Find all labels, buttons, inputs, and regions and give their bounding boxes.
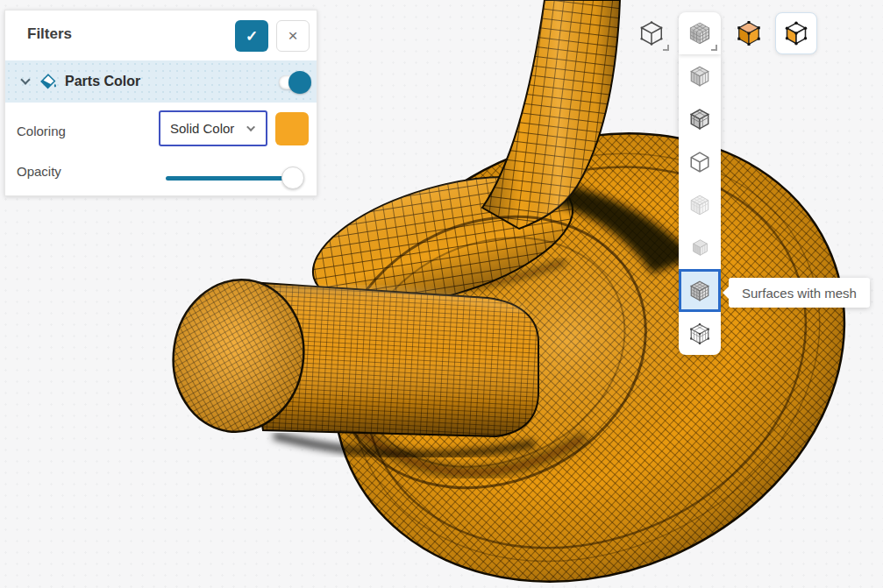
render-mode-item-surfaces-edges[interactable] bbox=[679, 97, 721, 140]
parts-color-toggle-knob[interactable] bbox=[288, 71, 311, 94]
meshed-cube-icon bbox=[687, 21, 712, 46]
section-label: Parts Color bbox=[65, 74, 140, 89]
render-mode-item-mesh-nodes[interactable] bbox=[679, 312, 721, 355]
render-mode-item-surfaces-with-mesh[interactable] bbox=[679, 269, 721, 312]
filters-panel: Filters ✓ × Parts Color Coloring Solid C… bbox=[4, 10, 317, 196]
close-icon: × bbox=[288, 26, 297, 46]
parts-color-section-header[interactable]: Parts Color bbox=[5, 60, 317, 103]
tooltip-arrow bbox=[723, 287, 729, 299]
chevron-down-icon bbox=[20, 74, 30, 84]
render-mode-menu bbox=[679, 54, 721, 355]
opacity-label: Opacity bbox=[17, 164, 61, 179]
tooltip-text: Surfaces with mesh bbox=[742, 286, 857, 301]
render-mode-item-wireframe[interactable] bbox=[679, 140, 721, 183]
color-swatch[interactable] bbox=[275, 112, 309, 145]
cube-orange-face-icon bbox=[784, 21, 808, 46]
solid-color-cube-button[interactable] bbox=[728, 12, 770, 54]
orange-cube-nodes-icon bbox=[736, 20, 762, 46]
coloring-select[interactable]: Solid Color bbox=[159, 110, 267, 146]
cube-mesh-nodes-icon bbox=[688, 322, 711, 345]
render-modes-button[interactable] bbox=[679, 12, 721, 54]
cube-wireframe-icon bbox=[688, 151, 711, 174]
opacity-slider-handle[interactable] bbox=[281, 166, 304, 189]
submenu-corner-icon bbox=[711, 45, 717, 51]
cube-solid-icon bbox=[691, 238, 709, 257]
check-icon: ✓ bbox=[246, 27, 258, 46]
cube-surfaces-icon bbox=[688, 65, 711, 88]
render-mode-tooltip: Surfaces with mesh bbox=[729, 278, 870, 308]
close-filters-button[interactable]: × bbox=[276, 20, 310, 52]
render-mode-item-transparent[interactable] bbox=[679, 183, 721, 226]
opacity-slider[interactable] bbox=[166, 166, 304, 189]
cube-surfaces-mesh-icon bbox=[688, 280, 711, 302]
render-mode-item-solid[interactable] bbox=[679, 226, 721, 269]
cube-surfaces-edges-icon bbox=[688, 108, 711, 131]
view-cube-wireframe-button[interactable] bbox=[630, 12, 673, 54]
cube-transparent-mesh-icon bbox=[688, 194, 711, 216]
render-mode-item-surfaces[interactable] bbox=[679, 54, 721, 97]
apply-filters-button[interactable]: ✓ bbox=[235, 20, 268, 52]
chevron-down-icon bbox=[246, 123, 255, 131]
wireframe-cube-icon bbox=[638, 20, 665, 46]
panel-title: Filters bbox=[27, 25, 72, 43]
orange-face-cube-button[interactable] bbox=[775, 12, 817, 54]
submenu-corner-icon bbox=[663, 45, 669, 51]
coloring-select-value: Solid Color bbox=[170, 121, 234, 136]
paint-bucket-icon bbox=[39, 72, 58, 91]
coloring-label: Coloring bbox=[17, 124, 66, 138]
